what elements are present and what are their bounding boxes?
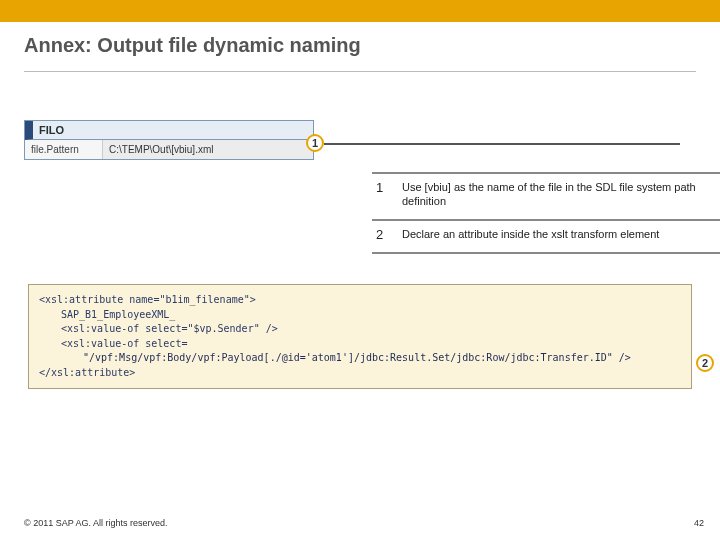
legend-num: 1	[372, 180, 402, 209]
filo-panel: FILO file.Pattern C:\TEMP\Out\[vbiu].xml	[24, 120, 314, 160]
callout-line	[324, 143, 680, 145]
copyright-text: © 2011 SAP AG. All rights reserved.	[24, 518, 168, 528]
callout-badge-2: 2	[696, 354, 714, 372]
filo-field-value: C:\TEMP\Out\[vbiu].xml	[103, 140, 313, 159]
callout-badge-1: 1	[306, 134, 324, 152]
legend-row: 2 Declare an attribute inside the xslt t…	[372, 219, 720, 254]
filo-row: file.Pattern C:\TEMP\Out\[vbiu].xml	[25, 140, 313, 159]
footer: © 2011 SAP AG. All rights reserved. 42	[24, 518, 704, 528]
legend-text: Use [vbiu] as the name of the file in th…	[402, 180, 720, 209]
legend-table: 1 Use [vbiu] as the name of the file in …	[372, 172, 720, 254]
code-line: SAP_B1_EmployeeXML_	[39, 308, 681, 323]
content-area: FILO file.Pattern C:\TEMP\Out\[vbiu].xml…	[0, 72, 720, 389]
code-line: <xsl:value-of select=	[39, 337, 681, 352]
legend-num: 2	[372, 227, 402, 242]
code-line: </xsl:attribute>	[39, 367, 135, 378]
filo-heading: FILO	[25, 121, 313, 140]
code-line: <xsl:value-of select="$vp.Sender" />	[39, 322, 681, 337]
legend-row: 1 Use [vbiu] as the name of the file in …	[372, 172, 720, 219]
filo-field-label: file.Pattern	[25, 140, 103, 159]
code-line: "/vpf:Msg/vpf:Body/vpf:Payload[./@id='at…	[39, 351, 681, 366]
code-line: <xsl:attribute name="b1im_filename">	[39, 294, 256, 305]
code-snippet: <xsl:attribute name="b1im_filename"> SAP…	[28, 284, 692, 389]
accent-bar	[0, 0, 720, 22]
page-title: Annex: Output file dynamic naming	[0, 22, 720, 71]
page-number: 42	[694, 518, 704, 528]
legend-text: Declare an attribute inside the xslt tra…	[402, 227, 720, 242]
